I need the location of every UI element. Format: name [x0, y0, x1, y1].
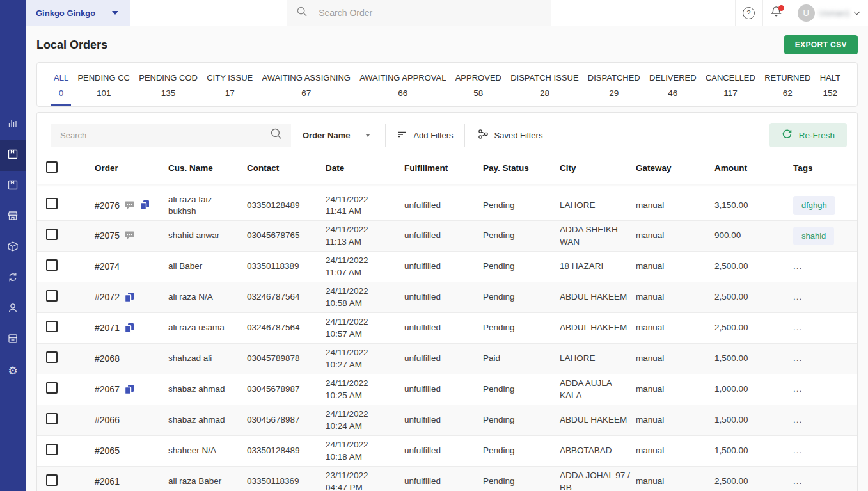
fulfillment-status: unfulfilled [404, 383, 483, 395]
sidebar-item-storefront[interactable] [0, 202, 26, 232]
order-number[interactable]: #2075 [95, 230, 120, 242]
status-tab[interactable]: ALL 0 [51, 63, 71, 106]
customers-icon [6, 302, 19, 317]
global-search-input[interactable] [319, 8, 542, 18]
copy-icon[interactable] [124, 384, 134, 395]
status-tab-count: 62 [783, 88, 793, 98]
fulfillment-status: unfulfilled [404, 261, 483, 272]
row-checkbox[interactable] [46, 382, 58, 394]
row-checkbox[interactable] [46, 229, 58, 240]
expand-row-chevron-icon[interactable] [77, 476, 77, 486]
amount: 1,500.00 [714, 414, 793, 426]
row-checkbox[interactable] [46, 198, 58, 209]
expand-row-chevron-icon[interactable] [77, 353, 77, 363]
table-row[interactable]: #2066 shabaz ahmad 03045678987 24/11/202… [37, 405, 857, 436]
status-tab[interactable]: PENDING COD 135 [136, 63, 200, 106]
expand-row-chevron-icon[interactable] [77, 414, 77, 424]
sidebar-item-package[interactable] [0, 232, 26, 263]
row-checkbox[interactable] [46, 259, 58, 271]
row-checkbox[interactable] [46, 474, 58, 486]
add-filters-button[interactable]: Add Filters [385, 124, 464, 147]
expand-row-chevron-icon[interactable] [77, 200, 77, 210]
order-number[interactable]: #2067 [95, 383, 120, 396]
expand-row-chevron-icon[interactable] [77, 383, 77, 394]
help-button[interactable]: ? [736, 0, 762, 26]
order-number[interactable]: #2061 [95, 476, 120, 488]
copy-icon[interactable] [124, 323, 134, 334]
order-number[interactable]: #2066 [95, 414, 120, 426]
contact: 03045678765 [247, 230, 326, 241]
status-tab-label: DELIVERED [649, 73, 697, 83]
order-number[interactable]: #2072 [95, 291, 120, 303]
saved-filters-button[interactable]: Saved Filters [478, 129, 543, 141]
search-by-select[interactable]: Order Name [291, 124, 379, 147]
status-tab[interactable]: DELIVERED 46 [647, 63, 699, 106]
expand-row-chevron-icon[interactable] [77, 445, 77, 455]
sidebar-item-inventory[interactable] [0, 325, 26, 355]
order-number[interactable]: #2076 [95, 200, 120, 212]
table-row[interactable]: #2075 shahid anwar 03045678765 24/11/202… [37, 221, 857, 252]
sidebar-item-orders[interactable] [0, 171, 26, 202]
table-row[interactable]: #2076 ali raza faiz bukhsh 03350128489 2… [37, 190, 857, 221]
sidebar-item-settings[interactable]: ⚙ [0, 355, 26, 386]
expand-row-chevron-icon[interactable] [77, 322, 77, 332]
status-tab[interactable]: RETURNED 62 [762, 63, 813, 106]
row-checkbox[interactable] [46, 444, 58, 455]
sidebar-item-analytics[interactable] [0, 109, 26, 140]
tags-ellipsis: ... [793, 353, 802, 363]
expand-row-chevron-icon[interactable] [77, 261, 77, 271]
city: ABDUL HAKEEM [560, 414, 636, 426]
row-checkbox[interactable] [46, 413, 58, 424]
copy-icon[interactable] [139, 200, 150, 211]
settings-gear-icon: ⚙ [8, 364, 17, 377]
sidebar-item-sync[interactable] [0, 263, 26, 294]
row-checkbox[interactable] [46, 321, 58, 332]
order-number[interactable]: #2074 [95, 261, 120, 273]
order-number[interactable]: #2065 [95, 445, 120, 457]
table-row[interactable]: #2074 ali Baber 03350118389 24/11/2022 1… [37, 252, 857, 282]
comment-icon[interactable] [124, 200, 135, 211]
table-row[interactable]: #2067 shabaz ahmad 03045678987 24/11/202… [37, 374, 857, 405]
customer-name: ali raza usama [168, 322, 247, 334]
user-menu[interactable]: U Usman1 [790, 4, 868, 22]
status-tab[interactable]: DISPATCHED 29 [585, 63, 643, 106]
tag-chip[interactable]: dfghgh [793, 196, 835, 215]
row-checkbox[interactable] [46, 290, 58, 302]
export-csv-button[interactable]: EXPORT CSV [784, 35, 858, 54]
fulfillment-status: unfulfilled [404, 230, 483, 241]
status-tab[interactable]: APPROVED 58 [453, 63, 504, 106]
table-row[interactable]: #2065 shaheer N/A 03350128489 24/11/2022… [37, 436, 857, 467]
search-icon [296, 5, 308, 20]
table-row[interactable]: #2072 ali raza N/A 03246787564 24/11/202… [37, 282, 857, 313]
sidebar-item-local-orders[interactable] [0, 140, 26, 171]
status-tab-count: 46 [668, 88, 677, 98]
status-tab[interactable]: DISPATCH ISSUE 28 [508, 63, 581, 106]
status-tab[interactable]: CITY ISSUE 17 [204, 63, 255, 106]
copy-icon[interactable] [124, 292, 134, 303]
status-tab[interactable]: HALT 152 [817, 63, 843, 106]
expand-row-chevron-icon[interactable] [77, 230, 77, 240]
fulfillment-status: unfulfilled [404, 291, 483, 303]
comment-icon[interactable] [124, 230, 135, 241]
table-row[interactable]: #2068 shahzad ali 03045789878 24/11/2022… [37, 344, 857, 374]
status-tab[interactable]: AWAITING ASSIGNING 67 [259, 63, 352, 106]
notifications-button[interactable] [763, 0, 790, 26]
store-switcher[interactable]: Ginkgo Ginkgo [26, 0, 130, 26]
select-all-checkbox[interactable] [46, 161, 58, 173]
status-tab[interactable]: CANCELLED 117 [703, 63, 758, 106]
orders-search-input[interactable] [60, 131, 269, 140]
status-tab-count: 135 [161, 88, 176, 98]
status-tab[interactable]: PENDING CC 101 [75, 63, 132, 106]
status-tab[interactable]: AWAITING APPROVAL 66 [357, 63, 448, 106]
table-row[interactable]: #2071 ali raza usama 03246787564 24/11/2… [37, 313, 857, 344]
expand-row-chevron-icon[interactable] [77, 291, 77, 302]
row-checkbox[interactable] [46, 351, 58, 363]
gateway: manual [636, 291, 714, 303]
order-number[interactable]: #2071 [95, 322, 120, 334]
table-row[interactable]: #2061 ali raza Baber 03350118369 23/11/2… [37, 467, 857, 491]
order-date: 24/11/2022 10:27 AM [326, 347, 404, 370]
sidebar-item-customers[interactable] [0, 294, 26, 325]
order-number[interactable]: #2068 [95, 353, 120, 365]
tag-chip[interactable]: shahid [793, 227, 834, 246]
refresh-button[interactable]: Re-Fresh [769, 123, 847, 147]
